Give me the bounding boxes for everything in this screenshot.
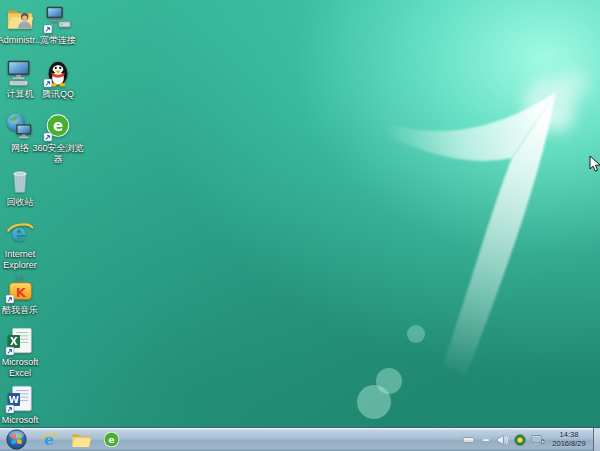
clock-date: 2016/8/29 [549,440,589,449]
desktop-icon-label: 酷我音乐 [0,305,48,316]
taskbar-pinned-area: e e [0,428,125,451]
svg-text:e: e [53,117,63,135]
hidden-icons-icon [462,434,475,446]
desktop-icon-label: Microsoft Excel [0,357,48,378]
taskbar-clock[interactable]: 14:38 2016/8/29 [547,431,591,448]
desktop-icon-kuwo-music[interactable]: K ♪ ♪ 酷我音乐 [0,274,48,316]
hidden-icons-button[interactable] [460,428,477,451]
word-icon: W [5,384,35,414]
svg-text:e: e [11,218,27,247]
desktop-icon-label: Internet Explorer [0,249,48,270]
desktop-icon-excel[interactable]: X Microsoft Excel [0,326,48,378]
folder-icon [71,431,91,449]
start-button[interactable] [3,428,30,451]
speaker-icon [496,434,509,446]
excel-icon: X [5,326,35,356]
network-tray-button[interactable] [529,428,547,451]
desktop-wallpaper [0,0,600,451]
windows-orb-icon [6,429,27,450]
desktop-icon-label: 腾讯QQ [30,89,86,100]
internet-explorer-icon: e [40,430,59,449]
desktop-icon-label: 360安全浏览器 [30,143,86,164]
svg-text:X: X [10,336,18,347]
svg-text:K: K [16,285,27,300]
desktop-icon-label: 回收站 [0,197,48,208]
360-browser-icon: e [43,112,73,142]
desktop-icon-internet-explorer[interactable]: e Internet Explorer [0,218,48,270]
windows7-desktop: Administr... 宽带连接 [0,0,600,451]
desktop-icon-recycle-bin[interactable]: 回收站 [0,166,48,208]
show-desktop-button[interactable] [593,428,600,451]
qq-penguin-icon [43,58,73,88]
svg-text:♪: ♪ [19,274,23,282]
desktop-icon-broadband[interactable]: 宽带连接 [30,4,86,46]
windows7-swoosh-graphic [0,0,600,451]
360-safety-tray-button[interactable] [512,428,528,451]
360-safety-icon [514,434,526,446]
language-bar-icon [482,435,490,445]
desktop-icon-qq[interactable]: 腾讯QQ [30,58,86,100]
internet-explorer-icon: e [5,218,35,248]
language-bar-button[interactable] [480,428,492,451]
taskbar: e e [0,427,600,451]
network-status-icon [531,434,545,446]
taskbar-windows-explorer[interactable] [67,428,94,451]
360-browser-icon: e [102,430,121,449]
kuwo-music-icon: K ♪ ♪ [5,274,35,304]
svg-text:♪: ♪ [13,274,18,284]
svg-text:W: W [9,394,20,405]
desktop-icon-360-browser[interactable]: e 360安全浏览器 [30,112,86,164]
broadband-connection-icon [43,4,73,34]
system-tray: 14:38 2016/8/29 [460,428,600,451]
taskbar-internet-explorer[interactable]: e [36,428,63,451]
desktop-icon-label: 宽带连接 [30,35,86,46]
taskbar-360-browser[interactable]: e [98,428,125,451]
recycle-bin-icon [5,166,35,196]
svg-text:e: e [108,434,114,445]
volume-button[interactable] [494,428,511,451]
